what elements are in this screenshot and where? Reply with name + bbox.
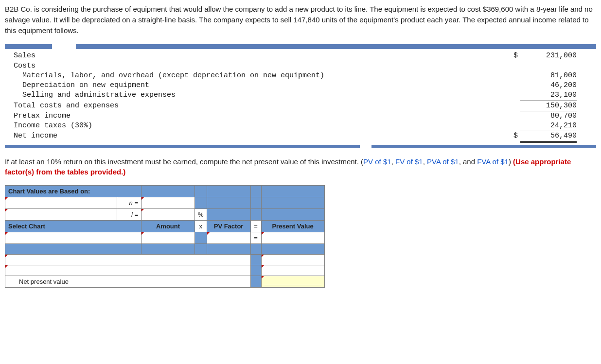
summary-row-2[interactable] xyxy=(5,265,251,276)
fv-link[interactable]: FV of $1 xyxy=(395,157,423,166)
income-statement: Sales $231,000 Costs Materials, labor, a… xyxy=(5,51,596,142)
chart-select-input[interactable] xyxy=(5,232,141,244)
summary-value-1[interactable] xyxy=(261,255,324,265)
fva-link[interactable]: FVA of $1 xyxy=(477,157,509,166)
sales-amount: 231,000 xyxy=(520,51,577,61)
divider-bar-top xyxy=(5,44,596,49)
n-label: n = xyxy=(117,197,141,209)
amount-header: Amount xyxy=(141,221,195,232)
total-costs-amount: 150,300 xyxy=(520,101,577,111)
sales-label: Sales xyxy=(5,51,513,61)
pv-link[interactable]: PV of $1 xyxy=(363,157,391,166)
net-income-label: Net income xyxy=(5,131,513,142)
equals-label: = xyxy=(250,232,261,244)
currency-symbol: $ xyxy=(513,131,520,142)
percent-label: % xyxy=(195,209,207,221)
instruction-text: If at least an 10% return on this invest… xyxy=(5,156,596,178)
instruction-lead: If at least an 10% return on this invest… xyxy=(5,157,363,166)
costs-label: Costs xyxy=(5,61,513,71)
equals-label: = xyxy=(250,221,261,232)
materials-amount: 81,000 xyxy=(520,71,577,81)
multiply-label: x xyxy=(195,221,207,232)
present-value-header: Present Value xyxy=(261,221,324,232)
i-label: i = xyxy=(117,209,141,221)
materials-label: Materials, labor, and overhead (except d… xyxy=(5,71,513,81)
depreciation-label: Depreciation on new equipment xyxy=(5,81,513,90)
pretax-label: Pretax income xyxy=(5,111,513,121)
selling-label: Selling and administrative expenses xyxy=(5,90,513,101)
pv-factor-header: PV Factor xyxy=(207,221,250,232)
npv-result[interactable] xyxy=(261,276,324,288)
total-costs-label: Total costs and expenses xyxy=(5,101,513,111)
net-income-amount: 56,490 xyxy=(520,131,577,142)
pva-link[interactable]: PVA of $1 xyxy=(427,157,459,166)
pv-factor-input[interactable] xyxy=(207,232,250,244)
npv-answer-table: Chart Values are Based on: n = i = % Sel… xyxy=(5,185,325,288)
problem-statement: B2B Co. is considering the purchase of e… xyxy=(5,4,596,35)
divider-bar-bottom xyxy=(5,145,596,148)
npv-label: Net present value xyxy=(5,276,251,288)
summary-value-2[interactable] xyxy=(261,265,324,276)
n-input-row-blank[interactable] xyxy=(5,197,117,209)
pretax-amount: 80,700 xyxy=(520,111,577,121)
present-value-output[interactable] xyxy=(261,232,324,244)
summary-row-1[interactable] xyxy=(5,255,251,265)
n-input[interactable] xyxy=(141,197,195,209)
i-input-row-blank[interactable] xyxy=(5,209,117,221)
selling-amount: 23,100 xyxy=(520,90,577,101)
select-chart-header: Select Chart xyxy=(5,221,141,232)
tax-amount: 24,210 xyxy=(520,121,577,131)
currency-symbol: $ xyxy=(513,51,520,61)
amount-input[interactable] xyxy=(141,232,195,244)
chart-values-header: Chart Values are Based on: xyxy=(5,186,141,197)
i-input[interactable] xyxy=(141,209,195,221)
tax-label: Income taxes (30%) xyxy=(5,121,513,131)
depreciation-amount: 46,200 xyxy=(520,81,577,90)
